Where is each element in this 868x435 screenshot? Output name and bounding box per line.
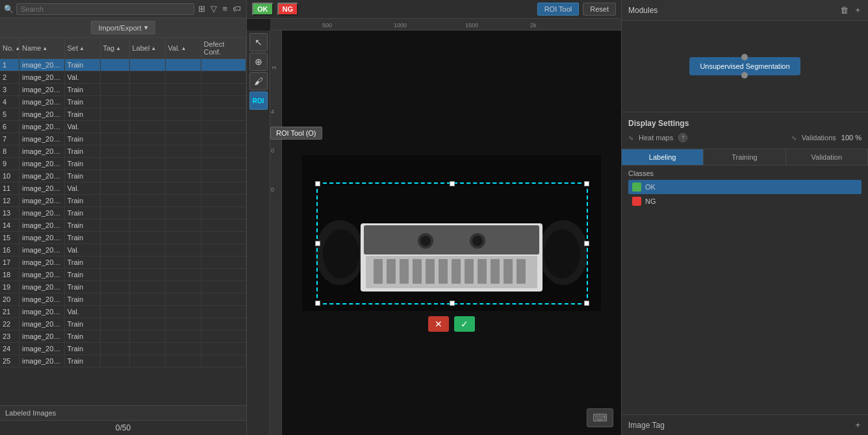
cell-val: [166, 318, 201, 330]
col-no[interactable]: No. ▲: [0, 38, 19, 58]
table-row[interactable]: 3 image_2023-04-... Train: [0, 84, 246, 96]
col-name[interactable]: Name ▲: [19, 38, 65, 58]
tab-training[interactable]: Training: [704, 149, 785, 165]
cell-no: 16: [0, 244, 19, 256]
cell-val: [166, 182, 201, 194]
table-row[interactable]: 15 image_2023-04-... Train: [0, 232, 246, 244]
cell-set: Val.: [65, 306, 101, 317]
col-tag[interactable]: Tag ▲: [101, 38, 130, 58]
tab-labeling[interactable]: Labeling: [622, 149, 704, 165]
grid-view-btn[interactable]: ⊞: [197, 3, 207, 15]
table-row[interactable]: 4 image_2023-04-... Train: [0, 96, 246, 108]
cell-name: image_2023-04-...: [19, 96, 65, 108]
center-panel: OK NG ROI Tool Reset 500 1000 1500 2k ↖ …: [247, 0, 621, 435]
table-row[interactable]: 6 image_2023-04-... Val.: [0, 121, 246, 133]
search-bar: 🔍 ⊞ ▽ ≡ 🏷: [0, 0, 246, 18]
class-ng[interactable]: NG: [628, 194, 862, 208]
svg-rect-13: [387, 259, 396, 284]
col-defect[interactable]: Defect Conf.: [201, 38, 247, 58]
cell-label: [130, 195, 166, 206]
cell-set: Train: [65, 158, 101, 169]
table-row[interactable]: 9 image_2023-04-... Train: [0, 158, 246, 170]
heatmaps-wavy-icon: ∿: [628, 134, 633, 142]
cell-defect: [201, 195, 247, 206]
cell-name: image_2023-04-...: [19, 306, 65, 317]
status-ng-badge[interactable]: NG: [277, 3, 299, 16]
table-row[interactable]: 12 image_2023-04-... Train: [0, 195, 246, 207]
cell-no: 25: [0, 355, 19, 367]
search-input[interactable]: [16, 3, 194, 15]
table-row[interactable]: 13 image_2023-04-... Train: [0, 207, 246, 219]
cell-label: [130, 133, 166, 145]
sort-icon-name: ▲: [42, 45, 47, 51]
roi-cancel-button[interactable]: ✕: [428, 316, 449, 332]
add-module-button[interactable]: +: [854, 4, 862, 16]
svg-rect-15: [413, 259, 422, 284]
cell-name: image_2023-04-...: [19, 343, 65, 354]
roi-confirm-button[interactable]: ✓: [454, 316, 475, 332]
classes-title: Classes: [628, 169, 862, 177]
table-row[interactable]: 24 image_2023-04-... Train: [0, 343, 246, 355]
heatmaps-help-btn[interactable]: ?: [678, 133, 687, 142]
unsupervised-segmentation-module[interactable]: Unsupervised Segmentation: [689, 57, 800, 75]
table-row[interactable]: 10 image_2023-04-... Train: [0, 170, 246, 182]
cell-label: [130, 244, 166, 256]
cell-defect: [201, 71, 247, 83]
table-row[interactable]: 18 image_2023-04-... Train: [0, 269, 246, 281]
roi-side-tool-btn[interactable]: ROI: [249, 92, 268, 110]
cell-label: [130, 84, 166, 95]
add-image-tag-button[interactable]: +: [854, 419, 862, 431]
import-export-button[interactable]: Import/Export ▾: [91, 21, 155, 34]
cell-label: [130, 108, 166, 120]
status-ok-badge[interactable]: OK: [252, 3, 274, 16]
svg-point-2: [323, 229, 359, 279]
brush-tool-btn[interactable]: 🖌: [249, 72, 268, 90]
table-row[interactable]: 5 image_2023-04-... Train: [0, 108, 246, 121]
cell-defect: [201, 281, 247, 293]
table-row[interactable]: 17 image_2023-04-... Train: [0, 256, 246, 269]
class-ok[interactable]: OK: [628, 180, 862, 194]
table-row[interactable]: 14 image_2023-04-... Train: [0, 219, 246, 232]
cell-val: [166, 269, 201, 280]
table-row[interactable]: 2 image_2023-04-... Val.: [0, 71, 246, 84]
table-row[interactable]: 25 image_2023-04-... Train: [0, 355, 246, 367]
list-view-btn[interactable]: ≡: [221, 3, 229, 15]
import-export-bar: Import/Export ▾: [0, 18, 246, 38]
svg-point-8: [420, 236, 431, 246]
cell-set: Val.: [65, 121, 101, 132]
cell-val: [166, 244, 201, 256]
table-row[interactable]: 20 image_2023-04-... Train: [0, 293, 246, 306]
tab-validation[interactable]: Validation: [786, 149, 868, 165]
col-val[interactable]: Val. ▲: [166, 38, 201, 58]
filter-btn[interactable]: ▽: [209, 3, 218, 15]
dropdown-arrow-icon: ▾: [144, 23, 148, 32]
delete-module-button[interactable]: 🗑: [839, 4, 850, 16]
table-row[interactable]: 21 image_2023-04-... Val.: [0, 306, 246, 318]
table-row[interactable]: 8 image_2023-04-... Train: [0, 145, 246, 158]
pointer-tool-btn[interactable]: ↖: [249, 33, 268, 51]
reset-button[interactable]: Reset: [583, 3, 616, 16]
cell-val: [166, 121, 201, 132]
table-row[interactable]: 7 image_2023-04-... Train: [0, 133, 246, 145]
ruler-mark-500: 500: [322, 22, 332, 29]
cell-val: [166, 71, 201, 83]
heatmaps-label: Heat maps: [639, 134, 673, 142]
table-row[interactable]: 23 image_2023-04-... Train: [0, 330, 246, 343]
cell-defect: [201, 318, 247, 330]
table-row[interactable]: 16 image_2023-04-... Val.: [0, 244, 246, 256]
col-label[interactable]: Label ▲: [130, 38, 166, 58]
table-row[interactable]: 19 image_2023-04-... Train: [0, 281, 246, 293]
cell-name: image_2023-04-...: [19, 244, 65, 256]
search-icon: 🔍: [4, 5, 14, 14]
table-row[interactable]: 11 image_2023-04-... Val.: [0, 182, 246, 195]
label-btn[interactable]: 🏷: [231, 3, 242, 15]
svg-rect-20: [478, 259, 487, 284]
table-row[interactable]: 22 image_2023-04-... Train: [0, 318, 246, 330]
cell-tag: [101, 343, 130, 354]
roi-tool-button[interactable]: ROI Tool: [537, 3, 580, 16]
table-row[interactable]: 1 image_2023-04-... Train: [0, 59, 246, 71]
col-set[interactable]: Set ▲: [65, 38, 101, 58]
keyboard-icon[interactable]: ⌨: [587, 408, 613, 427]
zoom-tool-btn[interactable]: ⊕: [249, 53, 268, 71]
validations-label: Validations: [802, 134, 836, 142]
